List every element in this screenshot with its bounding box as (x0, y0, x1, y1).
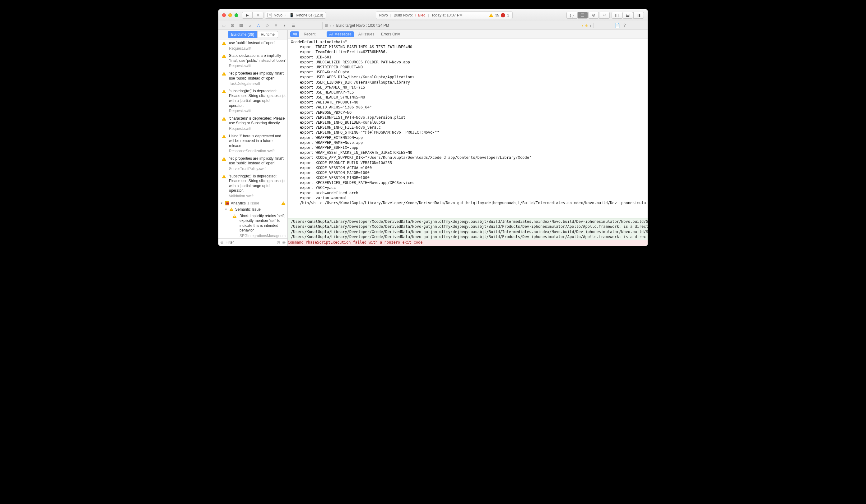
error-icon: ! (501, 13, 505, 18)
navigator-filter-input[interactable] (225, 240, 275, 244)
status-result: Failed (415, 13, 425, 18)
warning-icon (222, 175, 226, 179)
breadcrumb[interactable]: Build target Novo : 10:07:24 PM (336, 23, 389, 28)
issue-group[interactable]: ▼Semantic Issue (218, 206, 287, 213)
file-inspector-tab[interactable]: 📄 (615, 23, 620, 28)
status-app: Novo (379, 13, 388, 18)
warning-icon (222, 135, 226, 138)
project-icon: N (267, 13, 272, 18)
issue-text: Block implicitly retains 'self'; explici… (240, 214, 286, 233)
issue-item[interactable]: Block implicitly retains 'self'; explici… (218, 213, 287, 238)
issue-item[interactable]: 'substring(to:)' is deprecated: Please u… (218, 88, 287, 115)
debug-nav-tab[interactable]: ≡ (273, 22, 279, 29)
source-control-nav-tab[interactable]: ⊡ (229, 22, 236, 29)
issue-list[interactable]: use 'public' instead of 'open'Request.sw… (218, 39, 287, 238)
issue-text: 'let' properties are implicitly 'final';… (229, 71, 286, 81)
issue-item[interactable]: 'let' properties are implicitly 'final';… (218, 155, 287, 173)
inspector-tab-bar: 📄 ？ (593, 23, 648, 28)
warning-icon (222, 72, 226, 76)
issue-item[interactable]: Using '!' here is deprecated and will be… (218, 133, 287, 155)
issue-file: TaskDelegate.swift (229, 81, 286, 87)
editor-assistant[interactable]: ☰ (577, 12, 588, 19)
report-nav-tab[interactable]: ☰ (290, 22, 297, 29)
prev-issue-warning-icon[interactable]: ‹ ⚠ (582, 23, 589, 28)
filter-all-issues[interactable]: All Issues (356, 31, 377, 37)
issue-nav-tab[interactable]: △ (255, 22, 262, 29)
nav-back[interactable]: ‹ (330, 23, 331, 28)
scope-icon[interactable]: ◉ (282, 240, 286, 244)
buildtime-segment[interactable]: Buildtime (36) (228, 31, 257, 38)
build-error-final[interactable]: Command PhaseScriptExecution failed with… (288, 240, 648, 246)
nav-forward[interactable]: › (333, 23, 334, 28)
issue-file: Request.swift (229, 46, 286, 51)
toggle-navigator[interactable]: ◫ (612, 12, 622, 19)
runtime-segment[interactable]: Runtime (257, 31, 278, 38)
issue-text: 'characters' is deprecated: Please use S… (229, 116, 286, 126)
xcode-window: ▶ ■ N Novo 〉 📱 iPhone 6s (12.0) Novo | B… (218, 9, 648, 246)
next-issue[interactable]: › (590, 23, 591, 28)
scheme-project: Novo (274, 13, 282, 18)
warning-icon (222, 117, 226, 121)
editor-standard[interactable]: { } (566, 12, 577, 19)
stop-button[interactable]: ■ (253, 12, 264, 19)
project-nav-tab[interactable]: ▭ (220, 22, 227, 29)
editor-version[interactable]: ⊚ (588, 12, 599, 19)
log-filter-bar: All Recent All Messages All Issues Error… (288, 30, 648, 39)
filter-all[interactable]: All (290, 31, 299, 37)
warning-icon (222, 90, 226, 93)
issue-text: use 'public' instead of 'open' (229, 41, 286, 46)
scheme-selector[interactable]: N Novo 〉 📱 iPhone 6s (12.0) (265, 12, 326, 19)
related-items-icon[interactable]: ⊞ (324, 23, 328, 28)
symbol-nav-tab[interactable]: ▦ (238, 22, 244, 29)
status-build-prefix: Build Novo: (394, 13, 413, 18)
clock-icon[interactable]: ◷ (277, 240, 280, 244)
right-tools: { } ☰ ⊚ ↩ ◫ ⬓ ◨ (566, 12, 644, 19)
errors-count: 1 (507, 13, 509, 17)
navigator-tab-bar: ▭ ⊡ ▦ ⌕ △ ◇ ≡ ⏵ ☰ (218, 22, 323, 29)
status-time: Today at 10:07 PM (431, 13, 463, 18)
chevron-right-icon: 〉 (284, 13, 287, 18)
toggle-inspector[interactable]: ◨ (633, 12, 644, 19)
toggle-debug[interactable]: ⬓ (622, 12, 633, 19)
traffic-lights (222, 13, 238, 17)
help-inspector-tab[interactable]: ？ (622, 23, 627, 28)
minimize-window[interactable] (228, 13, 232, 17)
warnings-count: 35 (495, 13, 499, 17)
issue-item[interactable]: use 'public' instead of 'open'Request.sw… (218, 39, 287, 52)
issue-item[interactable]: 'substring(to:)' is deprecated: Please u… (218, 173, 287, 200)
issue-text: 'let' properties are implicitly 'final';… (229, 156, 286, 166)
breakpoint-nav-tab[interactable]: ⏵ (281, 22, 288, 29)
issue-item[interactable]: 'characters' is deprecated: Please use S… (218, 115, 287, 133)
test-nav-tab[interactable]: ◇ (264, 22, 271, 29)
group-count: 1 issue (247, 201, 259, 205)
status-pill[interactable]: Novo | Build Novo: Failed | Today at 10:… (376, 11, 513, 19)
issue-file: Request.swift (229, 109, 286, 114)
disclosure-icon: ▼ (220, 202, 223, 205)
issue-group[interactable]: ▼🧰Analytics1 issue (218, 200, 287, 206)
zoom-window[interactable] (234, 13, 238, 17)
build-log-output[interactable]: XcodeDefault.xctoolchain" export TREAT_M… (288, 39, 648, 218)
editor-other[interactable]: ↩ (599, 12, 610, 19)
warning-icon (489, 13, 493, 17)
run-stop-group: ▶ ■ (242, 12, 264, 19)
warning-icon (232, 214, 237, 218)
filter-all-messages[interactable]: All Messages (326, 31, 354, 37)
warning-icon (281, 201, 286, 205)
editor-area: All Recent All Messages All Issues Error… (288, 30, 648, 246)
find-nav-tab[interactable]: ⌕ (246, 22, 253, 29)
filter-recent[interactable]: Recent (301, 31, 318, 37)
issue-file: ServerTrustPolicy.swift (229, 167, 286, 172)
titlebar: ▶ ■ N Novo 〉 📱 iPhone 6s (12.0) Novo | B… (218, 9, 648, 21)
separator: | (390, 13, 391, 18)
toolbox-icon: 🧰 (225, 201, 229, 205)
close-window[interactable] (222, 13, 226, 17)
issue-item[interactable]: Static declarations are implicitly 'fina… (218, 52, 287, 70)
filter-errors-only[interactable]: Errors Only (379, 31, 402, 37)
issue-item[interactable]: 'let' properties are implicitly 'final';… (218, 70, 287, 88)
separator: | (428, 13, 429, 18)
filter-icon[interactable]: ⊕ (220, 240, 224, 244)
run-button[interactable]: ▶ (242, 12, 253, 19)
build-error-output[interactable]: /Users/KunalGupta/Library/Developer/Xcod… (288, 218, 648, 240)
phone-icon: 📱 (289, 13, 294, 18)
issue-text: Static declarations are implicitly 'fina… (229, 54, 286, 63)
